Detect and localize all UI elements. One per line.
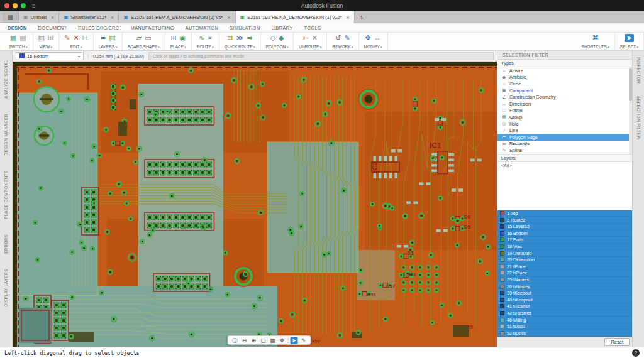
modify-stretch-icon[interactable]: ↔ <box>374 34 381 42</box>
switch-icon[interactable]: ▦ <box>10 34 16 42</box>
layer-row-2-route2[interactable]: 2 Route2 <box>497 217 632 224</box>
close-icon[interactable]: × <box>227 14 230 21</box>
view-zoom-icon[interactable]: ⊞ <box>48 34 53 42</box>
layers-filter-all[interactable]: <All> <box>497 162 632 169</box>
menu-item-manufacturing[interactable]: MANUFACTURING <box>130 25 174 31</box>
layer-row-26-bnames[interactable]: 26 bNames <box>497 283 632 290</box>
type-row-spline[interactable]: ∿Spline <box>497 147 632 154</box>
select-tool-icon[interactable]: ➤ <box>291 337 298 344</box>
switch-alt-icon[interactable]: ▥ <box>19 34 26 42</box>
draw-tool-icon[interactable]: ✎ <box>300 337 308 344</box>
quick-route-fanout-icon[interactable]: ≫ <box>236 34 243 42</box>
layer-row-25-tnames[interactable]: 25 tNames <box>497 277 632 284</box>
close-icon[interactable]: × <box>51 14 54 21</box>
place-icon[interactable]: ⊞ <box>170 34 176 42</box>
menu-item-automation[interactable]: AUTOMATION <box>186 25 218 31</box>
view-grid-icon[interactable]: ▤ <box>38 34 45 42</box>
edit-pencil-icon[interactable]: ✎ <box>64 34 70 42</box>
type-row-frame[interactable]: □Frame <box>497 107 632 114</box>
toolbar-group-label-board-shape[interactable]: BOARD SHAPE <box>128 45 160 49</box>
menu-item-design[interactable]: DESIGN <box>8 25 27 31</box>
board-shape-icon[interactable]: ▱ <box>136 34 141 42</box>
pcb-canvas[interactable]: IC1IC2S1R16C17R11D5D6J3+5V <box>13 62 497 347</box>
layer-row-42-brestrict[interactable]: 42 bRestrict <box>497 310 632 317</box>
type-row-attribute[interactable]: ◆Attribute <box>497 74 632 81</box>
close-icon[interactable]: × <box>347 14 350 21</box>
home-tab[interactable]: ▦ <box>3 11 19 23</box>
toolbar-group-label-rework[interactable]: REWORK <box>332 45 353 49</box>
route-icon[interactable]: ∿ <box>199 34 204 42</box>
layer-row-41-trestrict[interactable]: 41 tRestrict <box>497 303 632 310</box>
select-cursor-icon[interactable]: ➤ <box>625 34 634 42</box>
rework-edit-icon[interactable]: ✎ <box>344 34 350 42</box>
layer-row-19-unrouted[interactable]: 19 Unrouted <box>497 250 632 257</box>
close-window-button[interactable] <box>4 3 9 8</box>
layer-row-39-tkeepout[interactable]: 39 tKeepout <box>497 290 632 297</box>
menu-item-document[interactable]: DOCUMENT <box>38 25 67 31</box>
zoom-window-button[interactable] <box>21 3 26 8</box>
toolbar-group-label-view[interactable]: VIEW <box>40 45 53 49</box>
place-pad-icon[interactable]: ◉ <box>180 34 186 42</box>
hamburger-menu-icon[interactable]: ≡ <box>32 3 36 9</box>
layer-row-16-bottom[interactable]: 16 Bottom <box>497 231 632 237</box>
types-scrollbar-thumb[interactable] <box>629 68 632 101</box>
pan-icon[interactable]: ✥ <box>279 337 286 344</box>
unroute-icon[interactable]: ⇠ <box>303 34 309 42</box>
layer-dropdown[interactable]: 16 Bottom ▾ <box>16 52 84 60</box>
document-tab[interactable]: ▣S2101-101-REV-A_DEMOVERSION (1) v12*× <box>236 11 355 23</box>
layer-row-21-tplace[interactable]: 21 tPlace <box>497 263 632 270</box>
type-row-group[interactable]: ▦Group <box>497 114 632 121</box>
right-tab-inspector[interactable]: INSPECTOR <box>636 57 641 84</box>
left-tab-design-manager[interactable]: DESIGN MANAGER <box>4 114 8 156</box>
zoom-out-icon[interactable]: ⊖ <box>241 337 248 344</box>
type-row-construction-geometry[interactable]: ∠Construction Geometry <box>497 94 632 100</box>
menu-item-library[interactable]: LIBRARY <box>271 25 292 31</box>
shortcuts-icon[interactable]: ⌘ <box>592 34 599 42</box>
layer-row-15-layer15[interactable]: 15 Layer15 <box>497 224 632 231</box>
delete-icon[interactable]: ✕ <box>73 34 79 42</box>
type-row-circle[interactable]: ○Circle <box>497 80 632 87</box>
polygon-icon[interactable]: ◇ <box>270 34 275 42</box>
type-row-component[interactable]: ▣Component <box>497 87 632 94</box>
toolbar-group-label-switch[interactable]: SWITCH <box>9 45 28 49</box>
left-tab-place-components[interactable]: PLACE COMPONENTS <box>4 170 8 219</box>
type-row-airwire[interactable]: ≈Airwire <box>497 67 632 74</box>
document-tab[interactable]: ▣Untitled× <box>19 11 59 23</box>
menu-item-tools[interactable]: TOOLS <box>304 25 321 31</box>
toolbar-group-label-place[interactable]: PLACE <box>170 45 186 49</box>
layer-row-51-tdocu[interactable]: 51 tDocu <box>497 323 632 330</box>
type-row-hole[interactable]: ◎Hole <box>497 121 632 127</box>
info-icon[interactable]: ⓘ <box>231 337 239 344</box>
layer-row-52-bdocu[interactable]: 52 bDocu <box>497 330 632 337</box>
command-line-input[interactable] <box>148 52 494 60</box>
close-icon[interactable]: × <box>111 14 114 21</box>
layer-row-22-bplace[interactable]: 22 bPlace <box>497 270 632 277</box>
quick-route-icon[interactable]: ⇉ <box>227 34 233 42</box>
help-icon[interactable]: ? <box>632 349 640 357</box>
menu-item-simulation[interactable]: SIMULATION <box>230 25 260 31</box>
toolbar-group-label-select[interactable]: SELECT <box>620 45 638 49</box>
right-tab-selection-filter[interactable]: SELECTION FILTER <box>636 96 641 139</box>
layer-row-18-vias[interactable]: 18 Vias <box>497 244 632 251</box>
grid-settings-icon[interactable]: ▦ <box>269 337 277 344</box>
toolbar-group-label-edit[interactable]: EDIT <box>70 45 82 49</box>
document-tab[interactable]: ▣SmartMeter v12*× <box>59 11 119 23</box>
quick-route-auto-icon[interactable]: ⇒ <box>247 34 252 42</box>
type-row-polygon-edge[interactable]: ▱Polygon Edge <box>497 134 632 141</box>
new-tab-button[interactable]: + <box>355 11 369 23</box>
menu-item-rules-drc-erc[interactable]: RULES DRC/ERC <box>78 25 119 31</box>
toolbar-group-label-route[interactable]: ROUTE <box>197 45 214 49</box>
route-diff-icon[interactable]: ≈ <box>208 34 211 42</box>
zoom-in-icon[interactable]: ⊕ <box>250 337 258 344</box>
document-tab[interactable]: ▣S2101-101-REV-A_DEMOVERSION (2) v5*× <box>119 11 235 23</box>
layers-alt-icon[interactable]: ▤ <box>109 34 115 42</box>
rework-icon[interactable]: ↺ <box>335 34 341 42</box>
polygon-fill-icon[interactable]: ◆ <box>279 34 284 42</box>
layers-icon[interactable]: ≣ <box>100 34 106 42</box>
board-outline-icon[interactable]: ▭ <box>145 34 151 42</box>
toolbar-group-label-unroute[interactable]: UNROUTE <box>299 45 321 49</box>
toolbar-group-label-quick-route[interactable]: QUICK ROUTE <box>225 45 255 49</box>
minimize-window-button[interactable] <box>13 3 18 8</box>
reset-button[interactable]: Reset <box>604 338 630 346</box>
layer-row-17-pads[interactable]: 17 Pads <box>497 237 632 244</box>
